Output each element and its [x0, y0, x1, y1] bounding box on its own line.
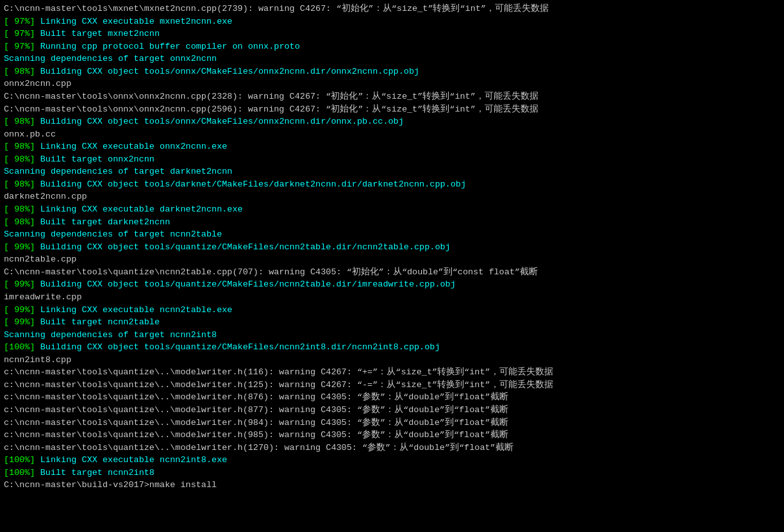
terminal-line: c:\ncnn-master\tools\quantize\..\modelwr…: [4, 379, 780, 392]
terminal-line: [100%] Linking CXX executable ncnn2int8.…: [4, 454, 780, 467]
terminal-line: [ 98%] Built target onnx2ncnn: [4, 153, 780, 166]
terminal-line: c:\ncnn-master\tools\quantize\..\modelwr…: [4, 429, 780, 442]
terminal-line: darknet2ncnn.cpp: [4, 190, 780, 203]
terminal-line: [ 99%] Building CXX object tools/quantiz…: [4, 278, 780, 291]
terminal-window: C:\ncnn-master\tools\mxnet\mxnet2ncnn.cp…: [4, 3, 780, 532]
terminal-line: onnx2ncnn.cpp: [4, 78, 780, 90]
terminal-line: [ 97%] Built target mxnet2ncnn: [4, 28, 780, 40]
terminal-line: Scanning dependencies of target onnx2ncn…: [4, 53, 780, 65]
terminal-line: [ 98%] Linking CXX executable darknet2nc…: [4, 203, 780, 216]
terminal-line: [ 99%] Building CXX object tools/quantiz…: [4, 241, 780, 254]
terminal-line: ncnn2int8.cpp: [4, 354, 780, 367]
terminal-line: [ 97%] Running cpp protocol buffer compi…: [4, 40, 780, 53]
terminal-line: [100%] Building CXX object tools/quantiz…: [4, 341, 780, 354]
terminal-line: [ 98%] Built target darknet2ncnn: [4, 216, 780, 229]
terminal-line: [ 98%] Building CXX object tools/onnx/CM…: [4, 65, 780, 78]
terminal-line: ncnn2table.cpp: [4, 253, 780, 266]
terminal-line: c:\ncnn-master\tools\quantize\..\modelwr…: [4, 391, 780, 404]
terminal-line: C:\ncnn-master\tools\onnx\onnx2ncnn.cpp(…: [4, 103, 780, 116]
terminal-line: Scanning dependencies of target ncnn2int…: [4, 329, 780, 342]
terminal-line: c:\ncnn-master\tools\quantize\..\modelwr…: [4, 404, 780, 417]
terminal-line: [ 99%] Built target ncnn2table: [4, 316, 780, 329]
terminal-line: [ 99%] Linking CXX executable ncnn2table…: [4, 304, 780, 317]
terminal-line: [100%] Built target ncnn2int8: [4, 467, 780, 479]
terminal-line: Scanning dependencies of target darknet2…: [4, 165, 780, 178]
terminal-line: imreadwrite.cpp: [4, 291, 780, 304]
terminal-line: C:\ncnn-master\build-vs2017>nmake instal…: [4, 479, 780, 492]
terminal-line: c:\ncnn-master\tools\quantize\..\modelwr…: [4, 366, 780, 379]
terminal-line: C:\ncnn-master\tools\onnx\onnx2ncnn.cpp(…: [4, 90, 780, 103]
terminal-line: C:\ncnn-master\tools\mxnet\mxnet2ncnn.cp…: [4, 3, 780, 15]
terminal-line: onnx.pb.cc: [4, 128, 780, 141]
terminal-line: Scanning dependencies of target ncnn2tab…: [4, 228, 780, 241]
terminal-line: c:\ncnn-master\tools\quantize\..\modelwr…: [4, 417, 780, 429]
terminal-line: [ 98%] Building CXX object tools/darknet…: [4, 178, 780, 191]
terminal-line: C:\ncnn-master\tools\quantize\ncnn2table…: [4, 266, 780, 279]
terminal-line: c:\ncnn-master\tools\quantize\..\modelwr…: [4, 442, 780, 454]
terminal-line: [ 98%] Linking CXX executable onnx2ncnn.…: [4, 140, 780, 153]
terminal-line: [ 98%] Building CXX object tools/onnx/CM…: [4, 115, 780, 128]
terminal-line: [ 97%] Linking CXX executable mxnet2ncnn…: [4, 15, 780, 28]
